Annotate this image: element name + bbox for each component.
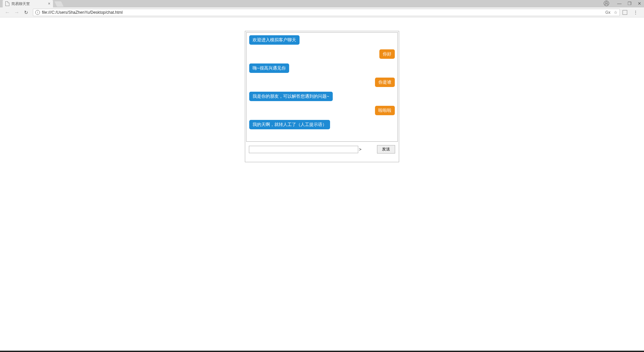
bookmark-star-icon[interactable]: ☆ (614, 10, 618, 15)
address-bar-actions: Gx ☆ (605, 10, 618, 15)
window-close-button[interactable]: ✕ (638, 1, 641, 6)
chat-bubble: 你好 (379, 49, 395, 59)
browser-menu-button[interactable]: ⋮ (630, 10, 641, 15)
send-button[interactable]: 发送 (377, 145, 395, 153)
translate-icon[interactable]: Gx (605, 10, 610, 15)
profile-icon[interactable] (604, 1, 609, 6)
chat-input-area: > 发送 (246, 142, 398, 161)
chat-message: 啦啦啦 (249, 106, 395, 115)
chat-container: 欢迎进入模拟客户聊天你好嗨~很高兴遇见你你是谁我是你的朋友，可以解答您遇到的问题… (245, 31, 399, 162)
chat-message: 欢迎进入模拟客户聊天 (249, 35, 395, 45)
chat-window: 欢迎进入模拟客户聊天你好嗨~很高兴遇见你你是谁我是你的朋友，可以解答您遇到的问题… (246, 32, 398, 142)
tab-close-button[interactable]: × (48, 1, 50, 6)
url-text: file:///C:/Users/ShaZhenYu/Desktop/chat.… (42, 10, 123, 15)
taskbar (0, 351, 644, 352)
nav-back-button[interactable]: ← (3, 9, 12, 15)
chat-input[interactable] (249, 146, 358, 153)
file-icon (5, 1, 9, 6)
window-maximize-button[interactable]: ❐ (628, 1, 632, 6)
nav-forward-button[interactable]: → (12, 9, 21, 15)
window-controls: — ❐ ✕ (604, 1, 641, 6)
caret-symbol: > (359, 147, 362, 152)
address-bar[interactable]: i file:///C:/Users/ShaZhenYu/Desktop/cha… (33, 9, 620, 16)
chat-message: 我是你的朋友，可以解答您遇到的问题~ (249, 92, 395, 101)
new-tab-button[interactable] (54, 1, 63, 7)
window-minimize-button[interactable]: — (617, 1, 622, 6)
chat-bubble: 啦啦啦 (375, 106, 395, 115)
tab-title: 简易聊天室 (11, 1, 30, 6)
site-info-icon[interactable]: i (35, 10, 40, 15)
browser-toolbar: ← → ↻ i file:///C:/Users/ShaZhenYu/Deskt… (0, 7, 644, 17)
chat-message: 你好 (249, 49, 395, 59)
chat-message: 你是谁 (249, 78, 395, 87)
chat-bubble: 我是你的朋友，可以解答您遇到的问题~ (249, 92, 333, 101)
browser-tab[interactable]: 简易聊天室 × (3, 0, 53, 7)
chat-bubble: 嗨~很高兴遇见你 (249, 63, 289, 73)
chat-bubble: 我的天啊，就转人工了（人工提示语） (249, 120, 330, 129)
nav-reload-button[interactable]: ↻ (21, 10, 31, 15)
chat-bubble: 欢迎进入模拟客户聊天 (249, 35, 300, 45)
browser-tab-bar: 简易聊天室 × — ❐ ✕ (0, 0, 644, 7)
chat-message: 嗨~很高兴遇见你 (249, 63, 395, 73)
chat-message: 我的天啊，就转人工了（人工提示语） (249, 120, 395, 129)
page-content: 欢迎进入模拟客户聊天你好嗨~很高兴遇见你你是谁我是你的朋友，可以解答您遇到的问题… (0, 31, 644, 352)
extension-icon[interactable] (623, 10, 627, 15)
chat-bubble: 你是谁 (375, 78, 395, 87)
